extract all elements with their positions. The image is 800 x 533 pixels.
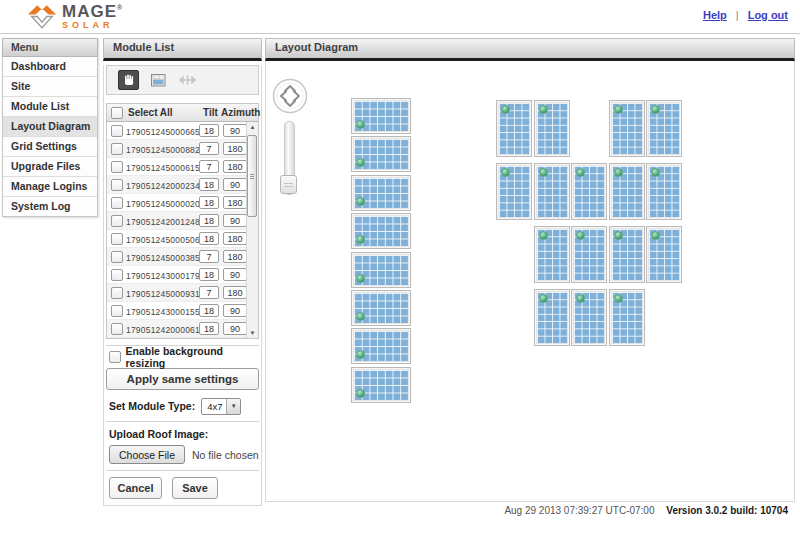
- sidebar-item-system-log[interactable]: System Log: [3, 197, 97, 216]
- module-row-checkbox[interactable]: [111, 305, 123, 317]
- pan-control[interactable]: [272, 78, 308, 114]
- solar-module-panel[interactable]: [534, 100, 570, 157]
- solar-module-panel[interactable]: [534, 163, 570, 220]
- solar-module-panel[interactable]: [609, 226, 645, 283]
- module-row-checkbox[interactable]: [111, 287, 123, 299]
- module-row-checkbox[interactable]: [111, 179, 123, 191]
- apply-same-settings-button[interactable]: Apply same settings: [106, 368, 259, 390]
- scroll-up-button[interactable]: ▲: [247, 122, 258, 132]
- cancel-button[interactable]: Cancel: [109, 477, 162, 499]
- solar-module-panel[interactable]: [609, 289, 645, 346]
- solar-module-panel[interactable]: [351, 175, 411, 211]
- select-all-checkbox[interactable]: [111, 107, 123, 119]
- tilt-input[interactable]: [199, 160, 219, 173]
- save-button[interactable]: Save: [172, 477, 218, 499]
- module-list-content: Select All Tilt Azimuth 1790512450006651…: [103, 65, 262, 506]
- sidebar-item-manage-logins[interactable]: Manage Logins: [3, 177, 97, 197]
- sidebar-item-module-list[interactable]: Module List: [3, 97, 97, 117]
- module-row-checkbox[interactable]: [111, 143, 123, 155]
- azimuth-input[interactable]: [223, 232, 247, 245]
- module-orientation-dot: [356, 274, 365, 283]
- module-row-checkbox[interactable]: [111, 233, 123, 245]
- tilt-input[interactable]: [199, 304, 219, 317]
- solar-module-panel[interactable]: [609, 163, 645, 220]
- module-toolbar: [106, 65, 259, 95]
- solar-module-panel[interactable]: [571, 289, 607, 346]
- azimuth-input[interactable]: [223, 214, 247, 227]
- azimuth-input[interactable]: [223, 304, 247, 317]
- layout-diagram-canvas[interactable]: [265, 61, 795, 502]
- tilt-input[interactable]: [199, 124, 219, 137]
- solar-module-panel[interactable]: [646, 226, 682, 283]
- solar-module-panel[interactable]: [534, 226, 570, 283]
- azimuth-input[interactable]: [223, 268, 247, 281]
- module-row-checkbox[interactable]: [111, 161, 123, 173]
- background-image-tool-button[interactable]: [149, 71, 168, 89]
- module-row-checkbox[interactable]: [111, 197, 123, 209]
- sidebar-item-grid-settings[interactable]: Grid Settings: [3, 137, 97, 157]
- azimuth-input[interactable]: [223, 160, 247, 173]
- table-scrollbar[interactable]: ▲ ▼: [246, 122, 258, 338]
- tilt-input[interactable]: [199, 178, 219, 191]
- table-row: 179051243000155: [107, 302, 248, 320]
- solar-module-panel[interactable]: [609, 100, 645, 157]
- sidebar-item-dashboard[interactable]: Dashboard: [3, 57, 97, 77]
- azimuth-input[interactable]: [223, 142, 247, 155]
- solar-module-panel[interactable]: [496, 163, 532, 220]
- tilt-input[interactable]: [199, 196, 219, 209]
- scrollbar-thumb[interactable]: [247, 135, 257, 217]
- module-orientation-dot: [651, 105, 660, 114]
- module-orientation-dot: [539, 294, 548, 303]
- module-type-select[interactable]: 4x7 ▼: [201, 398, 241, 415]
- scroll-down-button[interactable]: ▼: [247, 328, 258, 338]
- solar-module-panel[interactable]: [351, 367, 411, 403]
- enable-background-resizing-checkbox[interactable]: [109, 351, 121, 363]
- solar-module-panel[interactable]: [351, 98, 411, 134]
- tilt-input[interactable]: [199, 268, 219, 281]
- module-row-checkbox[interactable]: [111, 125, 123, 137]
- sidebar-item-upgrade-files[interactable]: Upgrade Files: [3, 157, 97, 177]
- no-file-chosen-text: No file chosen: [192, 449, 259, 461]
- tilt-input[interactable]: [199, 214, 219, 227]
- logout-link[interactable]: Log out: [748, 9, 788, 21]
- azimuth-input[interactable]: [223, 178, 247, 191]
- tilt-input[interactable]: [199, 142, 219, 155]
- solar-module-panel[interactable]: [351, 290, 411, 326]
- sidebar-item-site[interactable]: Site: [3, 77, 97, 97]
- table-row: 179051245000020: [107, 194, 248, 212]
- tilt-input[interactable]: [199, 322, 219, 335]
- module-orientation-dot: [356, 350, 365, 359]
- solar-module-panel[interactable]: [496, 100, 532, 157]
- azimuth-input[interactable]: [223, 196, 247, 209]
- solar-module-panel[interactable]: [351, 136, 411, 172]
- module-orientation-dot: [576, 294, 585, 303]
- azimuth-input[interactable]: [223, 124, 247, 137]
- azimuth-input[interactable]: [223, 286, 247, 299]
- sidebar-item-layout-diagram[interactable]: Layout Diagram: [3, 117, 97, 137]
- solar-module-panel[interactable]: [351, 328, 411, 364]
- module-row-checkbox[interactable]: [111, 323, 123, 335]
- solar-module-panel[interactable]: [571, 226, 607, 283]
- help-link[interactable]: Help: [703, 9, 727, 21]
- azimuth-input[interactable]: [223, 250, 247, 263]
- solar-module-panel[interactable]: [646, 163, 682, 220]
- azimuth-input[interactable]: [223, 322, 247, 335]
- file-upload-row: Choose File No file chosen: [106, 445, 259, 464]
- tilt-input[interactable]: [199, 250, 219, 263]
- module-row-checkbox[interactable]: [111, 269, 123, 281]
- solar-module-panel[interactable]: [646, 100, 682, 157]
- solar-module-panel[interactable]: [351, 213, 411, 249]
- pan-hand-tool-button[interactable]: [118, 70, 139, 90]
- tilt-input[interactable]: [199, 286, 219, 299]
- solar-module-panel[interactable]: [534, 289, 570, 346]
- module-row-checkbox[interactable]: [111, 215, 123, 227]
- tilt-input[interactable]: [199, 232, 219, 245]
- module-table: Select All Tilt Azimuth 1790512450006651…: [106, 103, 259, 339]
- module-row-checkbox[interactable]: [111, 251, 123, 263]
- solar-module-panel[interactable]: [571, 163, 607, 220]
- zoom-slider-thumb[interactable]: [280, 175, 297, 194]
- move-resize-tool-button[interactable]: [178, 71, 197, 89]
- solar-module-panel[interactable]: [351, 252, 411, 288]
- choose-file-button[interactable]: Choose File: [109, 445, 185, 464]
- module-orientation-dot: [614, 168, 623, 177]
